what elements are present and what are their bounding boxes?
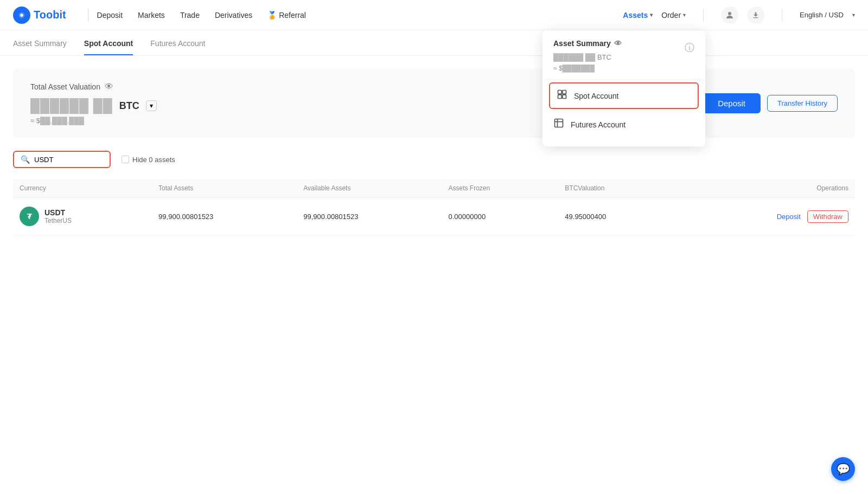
order-caret: ▾ (683, 12, 686, 18)
logo-text: Toobit (34, 9, 66, 21)
tab-futures-account[interactable]: Futures Account (150, 39, 205, 55)
nav-assets-btn[interactable]: Assets ▾ (623, 11, 653, 20)
col-total-assets: Total Assets (152, 179, 297, 198)
logo[interactable]: Toobit (13, 7, 66, 24)
usdt-icon: ₮ (20, 207, 39, 226)
assets-frozen-cell: 0.00000000 (442, 198, 558, 235)
dp-spot-account-item[interactable]: Spot Account (549, 82, 699, 109)
main-content: Total Asset Valuation 👁 ██████ ██ BTC ▾ … (0, 56, 868, 248)
dp-title: Asset Summary 👁 (553, 39, 622, 48)
nav-divider (88, 9, 88, 22)
download-btn[interactable] (747, 7, 764, 24)
col-assets-frozen: Assets Frozen (442, 179, 558, 198)
logo-icon (13, 7, 30, 24)
nav-divider-3 (782, 9, 782, 22)
col-currency: Currency (13, 179, 152, 198)
asset-usd: ≈ $██,███,███ (30, 117, 157, 125)
dp-eye-icon[interactable]: 👁 (614, 39, 622, 48)
assets-caret: ▾ (650, 12, 653, 18)
navbar: Toobit Deposit Markets Trade Derivatives… (0, 0, 868, 30)
dp-header: Asset Summary 👁 (542, 39, 705, 52)
btc-valuation-cell: 49.95000400 (558, 198, 674, 235)
currency-dropdown-btn[interactable]: ▾ (146, 100, 157, 111)
available-assets-cell: 99,900.00801523 (297, 198, 442, 235)
col-available-assets: Available Assets (297, 179, 442, 198)
currency-name: USDT (44, 208, 72, 217)
operations-cell: Deposit Withdraw (674, 198, 855, 235)
svg-rect-7 (563, 95, 566, 99)
nav-divider-2 (703, 9, 704, 22)
search-input[interactable] (34, 156, 103, 164)
dp-futures-account-item[interactable]: Futures Account (542, 111, 705, 138)
col-operations: Operations (674, 179, 855, 198)
table-header: Currency Total Assets Available Assets A… (13, 179, 855, 198)
svg-rect-5 (563, 91, 566, 94)
nav-order-btn[interactable]: Order ▾ (661, 11, 686, 20)
dp-usd-masked: ███████ (563, 65, 595, 72)
tab-spot-account[interactable]: Spot Account (84, 39, 133, 55)
spot-account-icon (557, 89, 567, 102)
table-body: ₮ USDT TetherUS 99,900.00801523 99,900.0… (13, 198, 855, 235)
nav-markets[interactable]: Markets (138, 11, 165, 20)
svg-point-3 (728, 12, 731, 15)
assets-dropdown-panel: Asset Summary 👁 ██████ ██ BTC ≈ $███████… (542, 30, 705, 146)
nav-trade[interactable]: Trade (180, 11, 200, 20)
hide-balance-icon[interactable]: 👁 (105, 82, 113, 92)
asset-card: Total Asset Valuation 👁 ██████ ██ BTC ▾ … (13, 69, 855, 138)
search-box[interactable]: 🔍 (13, 151, 111, 168)
col-btc-valuation: BTCValuation (558, 179, 674, 198)
currency-cell: ₮ USDT TetherUS (13, 198, 152, 235)
btc-amount-masked: ██████ ██ (30, 98, 113, 113)
asset-title: Total Asset Valuation 👁 (30, 82, 157, 92)
referral-emoji: 🏅 (267, 11, 277, 20)
table-row: ₮ USDT TetherUS 99,900.00801523 99,900.0… (13, 198, 855, 235)
dp-info-btn[interactable]: ⓘ (685, 41, 694, 54)
user-avatar-btn[interactable] (721, 7, 738, 24)
nav-links: Deposit Markets Trade Derivatives 🏅 Refe… (97, 11, 623, 20)
page-tabs: Asset Summary Spot Account Futures Accou… (0, 30, 868, 56)
deposit-button[interactable]: Deposit (703, 93, 761, 113)
asset-actions: Deposit Transfer History (703, 93, 838, 113)
nav-right: Assets ▾ Order ▾ English / USD ▾ (623, 7, 855, 24)
svg-rect-8 (555, 119, 563, 127)
asset-amount: ██████ ██ BTC ▾ (30, 98, 157, 113)
hide-zero-label[interactable]: Hide 0 assets (122, 156, 175, 164)
nav-deposit[interactable]: Deposit (97, 11, 123, 20)
nav-derivatives[interactable]: Derivatives (215, 11, 252, 20)
dp-btc-masked: ██████ ██ (553, 53, 595, 61)
svg-rect-6 (558, 95, 562, 99)
dp-usd-row: ≈ $███████ (542, 63, 705, 78)
asset-table: Currency Total Assets Available Assets A… (13, 179, 855, 235)
filter-row: 🔍 Hide 0 assets (13, 151, 855, 168)
transfer-history-btn[interactable]: Transfer History (767, 95, 838, 112)
btc-label: BTC (119, 100, 139, 112)
svg-point-2 (20, 14, 23, 17)
dp-divider (542, 80, 705, 80)
total-assets-cell: 99,900.00801523 (152, 198, 297, 235)
row-withdraw-btn[interactable]: Withdraw (807, 210, 848, 223)
lang-caret: ▾ (852, 12, 855, 18)
asset-info: Total Asset Valuation 👁 ██████ ██ BTC ▾ … (30, 82, 157, 125)
currency-fullname: TetherUS (44, 217, 72, 224)
language-selector[interactable]: English / USD (800, 11, 844, 19)
search-icon: 🔍 (21, 155, 30, 164)
dp-btc-row: ██████ ██ BTC (542, 52, 705, 63)
usd-value-masked: ██,███,███ (40, 117, 84, 125)
futures-account-icon (553, 118, 564, 131)
nav-referral[interactable]: 🏅 Referral (267, 11, 306, 20)
tab-asset-summary[interactable]: Asset Summary (13, 39, 67, 55)
svg-rect-4 (558, 91, 562, 94)
row-deposit-btn[interactable]: Deposit (777, 213, 801, 221)
hide-zero-checkbox[interactable] (122, 156, 129, 163)
